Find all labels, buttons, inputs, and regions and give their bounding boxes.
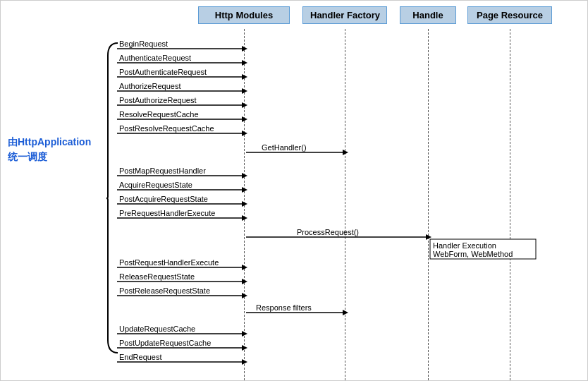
svg-marker-34 — [242, 215, 247, 221]
lifeline-page-resource — [510, 29, 510, 380]
svg-marker-31 — [242, 201, 247, 207]
svg-marker-40 — [508, 245, 513, 250]
svg-marker-48 — [242, 293, 247, 298]
svg-marker-42 — [242, 265, 247, 270]
svg-text:GetHandler(): GetHandler() — [262, 143, 307, 152]
lifeline-http-modules — [244, 29, 245, 380]
svg-marker-25 — [242, 173, 247, 179]
svg-marker-57 — [242, 345, 247, 351]
svg-marker-19 — [242, 131, 247, 136]
col-header-page-resource: Page Resource — [467, 6, 552, 24]
svg-text:PostUpdateRequestCache: PostUpdateRequestCache — [119, 339, 211, 347]
svg-text:BeginRequest: BeginRequest — [119, 40, 168, 48]
svg-marker-7 — [242, 74, 247, 80]
col-header-handle: Handle — [400, 6, 456, 24]
svg-text:WebForm, WebMethod: WebForm, WebMethod — [433, 250, 513, 258]
svg-marker-22 — [343, 150, 348, 155]
svg-text:PostAuthenticateRequest: PostAuthenticateRequest — [119, 68, 207, 76]
svg-text:Handler Execution: Handler Execution — [433, 241, 496, 250]
svg-text:PostReleaseRequestState: PostReleaseRequestState — [119, 286, 210, 295]
svg-text:PostMapRequestHandler: PostMapRequestHandler — [119, 167, 206, 175]
svg-marker-13 — [242, 102, 247, 108]
svg-marker-54 — [242, 331, 247, 337]
arrows-svg: BeginRequest AuthenticateRequest PostAut… — [1, 1, 588, 381]
svg-text:PostAcquireRequestState: PostAcquireRequestState — [119, 195, 208, 203]
svg-text:ProcessRequest(): ProcessRequest() — [297, 228, 359, 236]
svg-text:PostRequestHandlerExecute: PostRequestHandlerExecute — [119, 258, 219, 267]
svg-text:AcquireRequestState: AcquireRequestState — [119, 181, 192, 189]
brace-svg — [105, 42, 119, 356]
svg-text:Response filters: Response filters — [256, 303, 312, 312]
diagram-container: Http Modules Handler Factory Handle Page… — [0, 0, 588, 381]
col-header-handler-factory: Handler Factory — [302, 6, 387, 24]
svg-marker-37 — [426, 234, 431, 240]
svg-marker-1 — [242, 46, 247, 52]
svg-text:AuthenticateRequest: AuthenticateRequest — [119, 54, 191, 62]
svg-text:EndRequest: EndRequest — [119, 353, 162, 361]
svg-text:ReleaseRequestState: ReleaseRequestState — [119, 272, 195, 281]
col-header-http-modules: Http Modules — [198, 6, 290, 24]
left-application-label: 由HttpApplication 统一调度 — [8, 135, 91, 164]
lifeline-handle — [428, 29, 429, 380]
svg-text:UpdateRequestCache: UpdateRequestCache — [119, 325, 195, 333]
svg-marker-51 — [343, 310, 348, 315]
svg-marker-4 — [242, 60, 247, 66]
svg-marker-28 — [242, 187, 247, 193]
svg-rect-62 — [430, 239, 536, 259]
lifeline-handler-factory — [345, 29, 345, 380]
svg-marker-16 — [242, 116, 247, 122]
svg-marker-60 — [242, 359, 247, 365]
svg-text:PostResolveRequestCache: PostResolveRequestCache — [119, 124, 214, 133]
svg-text:PostAuthorizeRequest: PostAuthorizeRequest — [119, 96, 196, 104]
svg-marker-45 — [242, 279, 247, 284]
svg-text:PreRequestHandlerExecute: PreRequestHandlerExecute — [119, 209, 215, 217]
svg-marker-10 — [242, 88, 247, 94]
svg-text:AuthorizeRequest: AuthorizeRequest — [119, 82, 180, 90]
svg-text:ResolveRequestCache: ResolveRequestCache — [119, 110, 199, 119]
